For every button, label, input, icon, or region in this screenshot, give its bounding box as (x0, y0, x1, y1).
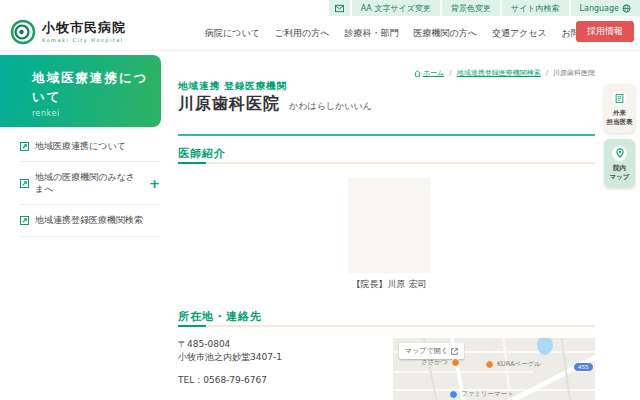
location-map[interactable]: マップで開く ささかつ KURAベーグル ファミリーマート 455 (393, 338, 595, 400)
poi-label: KURAベーグル (497, 360, 541, 369)
language-label: Language (580, 4, 619, 13)
nav-item-about[interactable]: 病院について (205, 27, 260, 40)
site-search-button[interactable]: サイト内検索 (502, 0, 569, 16)
site-header: 小牧市民病院 Komaki City Hospital 病院について ご利用の方… (0, 16, 640, 51)
road-number-badge: 455 (573, 362, 594, 372)
clinic-name-kana: かわはらしかいいん (289, 100, 372, 113)
document-icon (615, 94, 624, 103)
icon-circle (612, 91, 627, 106)
open-map-label: マップで開く (405, 346, 448, 356)
expand-plus-icon[interactable]: + (149, 175, 160, 193)
clinic-name: 川原歯科医院 (178, 94, 280, 115)
sidebar-item-registered-search[interactable]: 地域連携登録医療機関検索 (20, 205, 160, 236)
sidebar-menu: 地域医療連携について 地域の医療機関のみなさまへ + 地域連携登録医療機関検索 (20, 131, 160, 237)
arrow-square-icon (20, 179, 29, 188)
poi-label: ささかつ (421, 358, 448, 367)
doctor-section-underline (178, 162, 595, 164)
content-divider (178, 134, 595, 136)
main-nav: 病院について ご利用の方へ 診療科・部門 医療機関の方へ 交通アクセス お問い合… (205, 16, 617, 50)
bg-color-label: 背景色変更 (451, 3, 491, 14)
sidebar-item-renkei-about[interactable]: 地域医療連携について (20, 131, 160, 162)
map-poi-kura-bagel[interactable]: KURAベーグル (485, 360, 541, 369)
external-link-icon (451, 348, 458, 355)
font-size-button[interactable]: AA 文字サイズ変更 (352, 0, 440, 16)
hospital-map-button[interactable]: 院内 マップ (604, 139, 635, 188)
site-logo[interactable]: 小牧市民病院 Komaki City Hospital (10, 19, 126, 45)
doctor-photo-caption: 【院長】川原 宏司 (338, 278, 440, 291)
float-button-label: 外来 担当医表 (607, 109, 633, 127)
recruit-button[interactable]: 採用情報 (576, 21, 634, 42)
globe-icon (622, 4, 631, 13)
breadcrumb: ホーム / 地域連携登録医療機関検索 / 川原歯科医院 (178, 68, 595, 78)
map-poi-familymart[interactable]: ファミリーマート (449, 390, 514, 399)
contact-section-heading: 所在地・連絡先 (178, 309, 262, 324)
doctor-photo (348, 178, 430, 273)
nav-item-visitors[interactable]: ご利用の方へ (275, 27, 330, 40)
float-button-label: 院内 マップ (610, 164, 630, 182)
outpatient-doctors-button[interactable]: 外来 担当医表 (604, 84, 635, 133)
doctor-section-heading: 医師紹介 (178, 146, 226, 161)
breadcrumb-separator: / (449, 69, 451, 77)
hospital-logo-icon (10, 19, 36, 45)
language-button[interactable]: Language (571, 0, 640, 16)
home-icon (414, 70, 421, 77)
contact-section-underline (178, 325, 595, 327)
mail-icon (335, 4, 344, 13)
restaurant-pin-icon (485, 360, 494, 369)
breadcrumb-home-link[interactable]: ホーム (414, 68, 444, 78)
logo-text: 小牧市民病院 Komaki City Hospital (42, 21, 126, 42)
font-size-label: AA 文字サイズ変更 (361, 3, 431, 14)
sidebar-item-label: 地域医療連携について (35, 140, 160, 152)
breadcrumb-current: 川原歯科医院 (553, 68, 595, 78)
utility-bar: AA 文字サイズ変更 背景色変更 サイト内検索 Language (329, 0, 640, 16)
store-pin-icon (449, 390, 458, 399)
logo-subtitle: Komaki City Hospital (42, 37, 126, 43)
nav-item-access[interactable]: 交通アクセス (492, 27, 547, 40)
sidebar-item-label: 地域の医療機関のみなさまへ (35, 171, 141, 195)
map-poi-sasakatsu[interactable]: ささかつ (421, 358, 460, 367)
bg-color-button[interactable]: 背景色変更 (442, 0, 500, 16)
map-pin-icon (615, 148, 625, 158)
nav-item-medical-institutions[interactable]: 医療機関の方へ (413, 27, 476, 40)
poi-label: ファミリーマート (461, 390, 514, 399)
street-address: 小牧市池之内妙堂3407-1 (178, 350, 282, 364)
icon-circle (612, 146, 627, 161)
logo-title: 小牧市民病院 (42, 21, 126, 35)
sidebar-item-label: 地域連携登録医療機関検索 (35, 214, 160, 226)
restaurant-pin-icon (451, 358, 460, 367)
sidebar-title: 地域医療連携について (32, 68, 151, 107)
sidebar-item-local-institutions[interactable]: 地域の医療機関のみなさまへ + (20, 162, 160, 205)
sidebar-banner: 地域医療連携について renkei (0, 55, 161, 127)
arrow-square-icon (20, 142, 29, 151)
mail-button[interactable] (329, 0, 350, 16)
category-label: 地域連携 登録医療機関 (178, 80, 287, 93)
breadcrumb-parent-label: 地域連携登録医療機関検索 (457, 68, 541, 78)
breadcrumb-parent-link[interactable]: 地域連携登録医療機関検索 (457, 68, 541, 78)
open-map-button[interactable]: マップで開く (399, 343, 464, 359)
site-search-label: サイト内検索 (511, 3, 560, 14)
sidebar-subtitle: renkei (32, 109, 151, 118)
nav-item-departments[interactable]: 診療科・部門 (344, 27, 398, 40)
arrow-square-icon (20, 216, 29, 225)
telephone: TEL：0568-79-6767 (178, 373, 267, 387)
page-title: 川原歯科医院 かわはらしかいいん (178, 94, 372, 115)
breadcrumb-home-label: ホーム (423, 68, 444, 78)
breadcrumb-separator: / (546, 69, 548, 77)
